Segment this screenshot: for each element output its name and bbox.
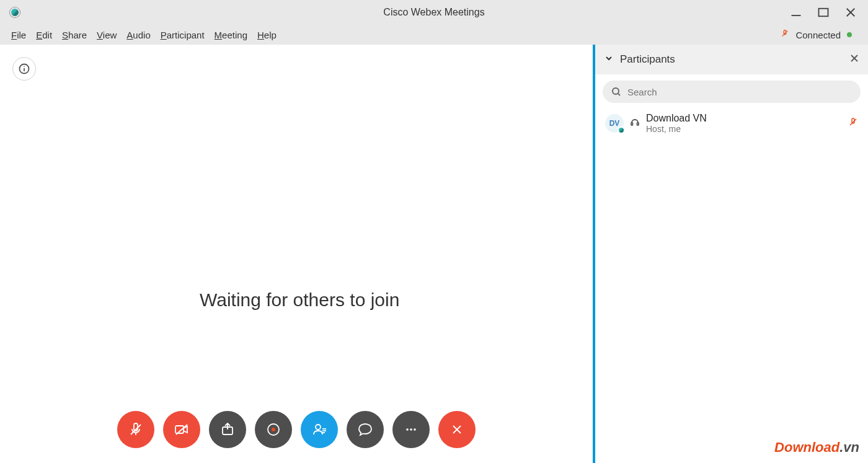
avatar: DV [605, 114, 624, 133]
svg-point-6 [24, 66, 25, 68]
maximize-button[interactable] [817, 6, 830, 19]
search-icon [611, 87, 621, 97]
menu-meeting[interactable]: Meeting [210, 27, 252, 43]
connection-status: Connected [781, 29, 862, 40]
svg-point-19 [406, 428, 409, 431]
participants-button[interactable] [301, 411, 338, 448]
search-box[interactable] [603, 81, 861, 103]
info-button[interactable] [12, 57, 36, 81]
svg-point-21 [414, 428, 416, 431]
avatar-initials: DV [609, 119, 620, 128]
menu-bar: File Edit Share View Audio Participant M… [0, 25, 868, 45]
window-controls [790, 6, 868, 19]
participant-mic-muted-icon [848, 117, 858, 130]
svg-point-20 [410, 428, 412, 431]
video-area: Waiting for others to join [0, 45, 593, 463]
svg-point-26 [613, 88, 619, 94]
headset-icon [630, 117, 640, 130]
svg-rect-28 [631, 123, 633, 125]
chevron-down-icon[interactable] [604, 53, 614, 66]
menu-file[interactable]: File [6, 27, 31, 43]
title-bar: Cisco Webex Meetings [0, 0, 868, 25]
connection-dot-icon [847, 32, 852, 37]
svg-line-30 [850, 119, 856, 125]
search-input[interactable] [627, 87, 852, 97]
menu-view[interactable]: View [92, 27, 122, 43]
svg-point-14 [272, 428, 275, 431]
connection-label: Connected [795, 30, 841, 40]
watermark: Download.vn [774, 439, 859, 456]
svg-rect-29 [637, 123, 639, 125]
presence-icon [618, 126, 625, 134]
app-icon [10, 7, 20, 17]
panel-header: Participants [595, 45, 868, 74]
mic-muted-icon [781, 29, 789, 40]
close-button[interactable] [844, 6, 857, 19]
panel-title: Participants [620, 53, 843, 66]
menu-share[interactable]: Share [57, 27, 92, 43]
svg-line-4 [782, 31, 788, 37]
watermark-main: Download [774, 439, 839, 455]
participants-panel: Participants DV Download VN Host, me [595, 45, 868, 463]
menu-edit[interactable]: Edit [31, 27, 57, 43]
svg-line-27 [618, 94, 620, 95]
svg-rect-1 [819, 9, 828, 17]
share-button[interactable] [209, 411, 246, 448]
record-button[interactable] [255, 411, 292, 448]
participant-name: Download VN [646, 113, 842, 124]
mute-button[interactable] [117, 411, 154, 448]
participant-role: Host, me [646, 124, 842, 134]
watermark-suffix: .vn [839, 439, 859, 455]
minimize-button[interactable] [790, 6, 802, 19]
video-button[interactable] [163, 411, 200, 448]
menu-participant[interactable]: Participant [156, 27, 210, 43]
participant-info: Download VN Host, me [646, 113, 842, 134]
menu-help[interactable]: Help [252, 27, 281, 43]
svg-point-15 [316, 425, 321, 430]
window-title: Cisco Webex Meetings [383, 7, 484, 18]
chat-button[interactable] [347, 411, 384, 448]
menu-audio[interactable]: Audio [122, 27, 155, 43]
waiting-message: Waiting for others to join [200, 289, 399, 311]
panel-close-button[interactable] [849, 53, 859, 66]
meeting-controls [117, 411, 476, 448]
more-button[interactable] [392, 411, 430, 448]
search-container [595, 74, 868, 109]
participant-row[interactable]: DV Download VN Host, me [595, 109, 868, 138]
end-meeting-button[interactable] [438, 411, 476, 448]
